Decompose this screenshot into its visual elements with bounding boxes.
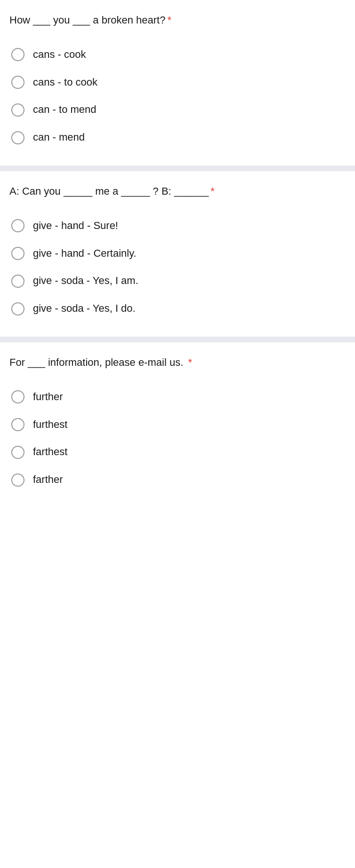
question-1-option-a[interactable]: cans - cook (9, 42, 346, 68)
option-label-q3d: farther (33, 473, 63, 487)
question-3-option-a[interactable]: further (9, 384, 346, 410)
radio-q1c[interactable] (11, 103, 24, 117)
radio-q2a[interactable] (11, 219, 24, 232)
question-1: How ___ you ___ a broken heart?* cans - … (0, 0, 355, 166)
divider-1 (0, 166, 355, 171)
question-2-option-a[interactable]: give - hand - Sure! (9, 213, 346, 239)
question-3-option-b[interactable]: furthest (9, 412, 346, 438)
question-3-options: further furthest farthest farther (9, 384, 346, 493)
question-1-option-d[interactable]: can - mend (9, 125, 346, 150)
question-2-required: * (210, 185, 215, 197)
option-label-q1c: can - to mend (33, 103, 97, 117)
option-label-q2c: give - soda - Yes, I am. (33, 274, 138, 288)
question-3: For ___ information, please e-mail us. *… (0, 342, 355, 508)
question-2-body: A: Can you _____ me a _____ ? B: ______ (9, 185, 209, 197)
radio-q1b[interactable] (11, 76, 24, 89)
option-label-q1d: can - mend (33, 130, 85, 145)
question-3-required: * (185, 356, 192, 368)
radio-q3a[interactable] (11, 390, 24, 403)
question-3-option-c[interactable]: farthest (9, 439, 346, 465)
radio-q3b[interactable] (11, 418, 24, 431)
radio-q2b[interactable] (11, 247, 24, 260)
radio-q1d[interactable] (11, 131, 24, 144)
question-1-text: How ___ you ___ a broken heart?* (9, 13, 346, 28)
question-2: A: Can you _____ me a _____ ? B: ______*… (0, 171, 355, 337)
radio-q3c[interactable] (11, 446, 24, 459)
question-2-options: give - hand - Sure! give - hand - Certai… (9, 213, 346, 322)
question-1-body: How ___ you ___ a broken heart? (9, 14, 165, 26)
option-label-q1b: cans - to cook (33, 75, 97, 90)
option-label-q2a: give - hand - Sure! (33, 219, 118, 233)
question-2-text: A: Can you _____ me a _____ ? B: ______* (9, 184, 346, 199)
question-3-body: For ___ information, please e-mail us. (9, 356, 183, 368)
question-1-required: * (167, 14, 171, 26)
question-2-option-c[interactable]: give - soda - Yes, I am. (9, 268, 346, 294)
question-1-options: cans - cook cans - to cook can - to mend… (9, 42, 346, 150)
radio-q2d[interactable] (11, 302, 24, 316)
question-2-option-d[interactable]: give - soda - Yes, I do. (9, 296, 346, 322)
option-label-q3b: furthest (33, 418, 67, 432)
radio-q1a[interactable] (11, 48, 24, 61)
question-3-text: For ___ information, please e-mail us. * (9, 355, 346, 370)
quiz-container: How ___ you ___ a broken heart?* cans - … (0, 0, 355, 508)
option-label-q1a: cans - cook (33, 47, 86, 62)
question-2-option-b[interactable]: give - hand - Certainly. (9, 241, 346, 267)
option-label-q3a: further (33, 390, 63, 404)
question-1-option-c[interactable]: can - to mend (9, 97, 346, 123)
option-label-q3c: farthest (33, 445, 67, 459)
divider-2 (0, 337, 355, 342)
option-label-q2b: give - hand - Certainly. (33, 246, 137, 261)
radio-q2c[interactable] (11, 275, 24, 288)
question-1-option-b[interactable]: cans - to cook (9, 70, 346, 95)
radio-q3d[interactable] (11, 473, 24, 487)
option-label-q2d: give - soda - Yes, I do. (33, 301, 136, 316)
question-3-option-d[interactable]: farther (9, 467, 346, 493)
